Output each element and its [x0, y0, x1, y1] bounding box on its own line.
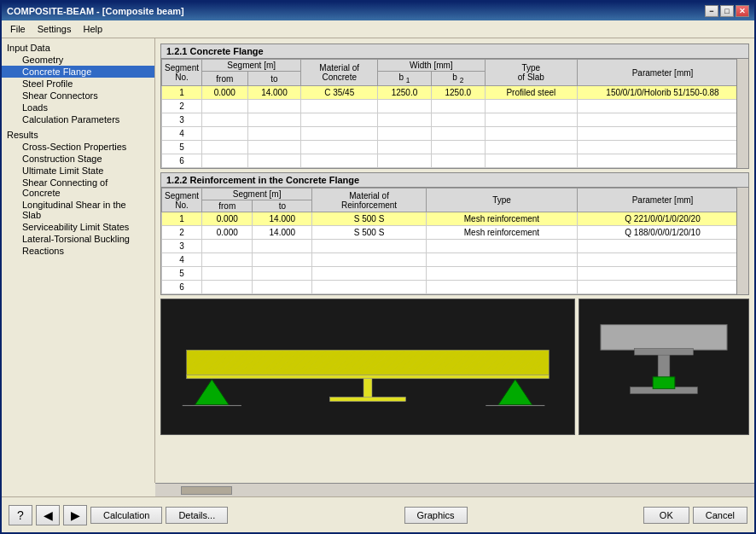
beam-view-panel	[160, 299, 575, 435]
concrete-flange-table: Segment No. Segment [m] Material ofConcr…	[161, 59, 748, 168]
cross-section-svg	[579, 299, 748, 434]
cross-section-panel	[579, 299, 749, 435]
table-row[interactable]: 6	[162, 281, 748, 294]
cell-param: Q 221/0/0/1/0/20/20	[578, 212, 748, 226]
cell-seg: 1	[162, 212, 202, 226]
scrollbar-v-2[interactable]	[736, 188, 748, 294]
table-row[interactable]: 4	[162, 127, 748, 141]
sidebar-section-input: Input Data	[2, 42, 154, 54]
cancel-button[interactable]: Cancel	[693, 507, 747, 524]
cell-to: 14.000	[253, 212, 312, 226]
table-row[interactable]: 6	[162, 154, 748, 168]
sidebar-item-lateral-torsional[interactable]: Lateral-Torsional Buckling	[2, 233, 154, 245]
cell-from: 0.000	[202, 86, 248, 100]
sidebar-item-ultimate-limit[interactable]: Ultimate Limit State	[2, 165, 154, 177]
nav-back-button[interactable]: ◀	[36, 505, 60, 525]
calculation-button[interactable]: Calculation	[90, 507, 162, 524]
close-button[interactable]: ✕	[736, 5, 749, 17]
cell-type: Mesh reinforcement	[426, 212, 577, 226]
table-row[interactable]: 2 0.000 14.000 S 500 S Mesh reinforcemen…	[162, 226, 748, 240]
svg-rect-10	[601, 325, 727, 351]
cell-material: S 500 S	[312, 212, 427, 226]
cell-type: Mesh reinforcement	[426, 226, 577, 240]
ok-button[interactable]: OK	[643, 507, 689, 524]
table-row[interactable]: 3	[162, 113, 748, 127]
graphics-button[interactable]: Graphics	[404, 507, 468, 524]
sidebar-item-loads[interactable]: Loads	[2, 102, 154, 113]
cell-param: 150/0/1/0/Holorib 51/150-0.88	[578, 86, 748, 100]
bottom-left-buttons: ? ◀ ▶	[9, 505, 87, 525]
graphics-row	[160, 299, 749, 435]
col-param: Parameter [mm]	[578, 60, 748, 86]
sidebar-item-cross-section[interactable]: Cross-Section Properties	[2, 141, 154, 153]
menu-file[interactable]: File	[5, 22, 31, 36]
table-row[interactable]: 2	[162, 100, 748, 113]
title-bar: COMPOSITE-BEAM - [Composite beam] − □ ✕	[2, 2, 754, 20]
cell-material: C 35/45	[301, 86, 378, 100]
menu-settings[interactable]: Settings	[32, 22, 77, 36]
col-material-2: Material ofReinforcement	[312, 189, 427, 212]
col-material: Material ofConcrete	[301, 60, 378, 86]
cell-from: 0.000	[202, 226, 253, 240]
maximize-button[interactable]: □	[720, 5, 734, 17]
reinforcement-table: Segment No. Segment [m] Material ofReinf…	[161, 188, 748, 294]
scrollbar-v-1[interactable]	[736, 59, 748, 168]
minimize-button[interactable]: −	[705, 5, 718, 17]
col-type: Typeof Slab	[485, 60, 577, 86]
col-to: to	[247, 72, 301, 86]
cell-to: 14.000	[253, 226, 312, 240]
col-width: Width [mm]	[378, 60, 486, 72]
window-title: COMPOSITE-BEAM - [Composite beam]	[7, 6, 184, 16]
cell-type: Profiled steel	[485, 86, 577, 100]
horizontal-scrollbar[interactable]	[155, 483, 754, 496]
sidebar-item-calc-params[interactable]: Calculation Parameters	[2, 113, 154, 125]
col-to-2: to	[253, 200, 312, 212]
nav-forward-button[interactable]: ▶	[63, 505, 87, 525]
sidebar-item-concrete-flange[interactable]: Concrete Flange	[2, 66, 154, 78]
sidebar-item-geometry[interactable]: Geometry	[2, 54, 154, 66]
sidebar-item-serviceability[interactable]: Serviceability Limit States	[2, 221, 154, 233]
reinforcement-section: 1.2.2 Reinforcement in the Concrete Flan…	[160, 172, 749, 295]
sidebar: Input Data Geometry Concrete Flange Stee…	[2, 38, 155, 483]
col-seg-no-2: Segment No.	[162, 189, 202, 212]
sidebar-item-reactions[interactable]: Reactions	[2, 245, 154, 257]
sidebar-item-shear-connecting[interactable]: Shear Connecting of Concrete	[2, 177, 154, 199]
col-b1: b 1	[378, 72, 432, 86]
sidebar-item-shear-connectors[interactable]: Shear Connectors	[2, 90, 154, 102]
table-row[interactable]: 4	[162, 253, 748, 267]
sidebar-item-construction-stage[interactable]: Construction Stage	[2, 153, 154, 165]
title-bar-buttons: − □ ✕	[705, 5, 749, 17]
menu-bar: File Settings Help	[2, 20, 754, 38]
table-row[interactable]: 5	[162, 267, 748, 281]
cell-seg: 1	[162, 86, 202, 100]
details-button[interactable]: Details...	[166, 507, 228, 524]
sidebar-section-results: Results	[2, 129, 154, 141]
col-seg-m: Segment [m]	[202, 60, 301, 72]
beam-svg	[161, 299, 574, 434]
concrete-flange-section: 1.2.1 Concrete Flange Segment No. Segmen…	[160, 44, 749, 169]
cell-param: Q 188/0/0/0/1/20/10	[578, 226, 748, 240]
col-from-2: from	[202, 200, 253, 212]
sidebar-item-longitudinal-shear[interactable]: Longitudinal Shear in the Slab	[2, 199, 154, 221]
svg-marker-6	[195, 380, 230, 405]
right-panel: 1.2.1 Concrete Flange Segment No. Segmen…	[155, 38, 754, 483]
table-row[interactable]: 1 0.000 14.000 S 500 S Mesh reinforcemen…	[162, 212, 748, 226]
col-type-2: Type	[426, 189, 577, 212]
main-window: COMPOSITE-BEAM - [Composite beam] − □ ✕ …	[0, 0, 756, 534]
svg-rect-2	[187, 350, 550, 375]
menu-help[interactable]: Help	[78, 22, 108, 36]
table-row[interactable]: 5	[162, 141, 748, 154]
svg-rect-5	[330, 398, 406, 402]
sidebar-item-steel-profile[interactable]: Steel Profile	[2, 78, 154, 90]
reinforcement-title: 1.2.2 Reinforcement in the Concrete Flan…	[161, 173, 748, 188]
table-row[interactable]: 3	[162, 240, 748, 253]
table-row[interactable]: 1 0.000 14.000 C 35/45 1250.0 1250.0 Pro…	[162, 86, 748, 100]
concrete-flange-title: 1.2.1 Concrete Flange	[161, 44, 748, 59]
svg-marker-7	[498, 380, 532, 405]
help-icon-button[interactable]: ?	[9, 505, 32, 525]
svg-rect-4	[363, 379, 372, 398]
cell-to: 14.000	[247, 86, 301, 100]
col-from: from	[202, 72, 248, 86]
svg-rect-3	[187, 375, 550, 379]
bottom-bar: ? ◀ ▶ Calculation Details... Graphics OK…	[2, 496, 754, 532]
